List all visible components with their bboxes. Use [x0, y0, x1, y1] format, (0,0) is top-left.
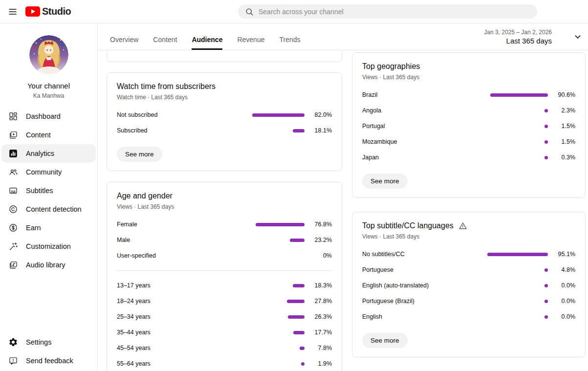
date-texts: Jan 3, 2025 – Jan 2, 2026 Last 365 days [484, 29, 552, 45]
sidebar-item-analytics[interactable]: Analytics [1, 144, 96, 163]
card-title: Top geographies [362, 62, 575, 71]
stat-rows: Not subscribed82.0%Subscribed18.1% [117, 107, 332, 138]
stat-label: English (auto-translated) [362, 282, 544, 289]
divider [117, 270, 332, 271]
top-subtitle-languages-card: Top subtitle/CC languages Views · Last 3… [352, 212, 586, 357]
sidebar: Your channel Ka Manhwa Dashboard Content [0, 23, 98, 371]
stat-row: User-specified0% [117, 248, 332, 263]
date-range-selector[interactable]: Jan 3, 2025 – Jan 2, 2026 Last 365 days [484, 23, 583, 50]
left-column: Watch time from subscribers Watch time ·… [107, 50, 342, 371]
warning-icon[interactable] [458, 221, 467, 230]
stat-label: No subtitles/CC [362, 251, 487, 258]
stat-value: 0.3% [553, 154, 575, 161]
card-title: Age and gender [117, 191, 332, 201]
stat-label: Subscribed [117, 127, 293, 134]
customization-icon [8, 241, 19, 252]
sidebar-item-label: Content [26, 131, 51, 139]
sidebar-item-community[interactable]: Community [1, 163, 96, 181]
sidebar-item-label: Community [26, 168, 62, 176]
sidebar-nav: Dashboard Content Analytics Community [0, 107, 97, 371]
sidebar-item-customization[interactable]: Customization [1, 237, 96, 256]
community-icon [8, 167, 19, 177]
tab-overview[interactable]: Overview [103, 23, 146, 50]
stat-label: Portuguese (Brazil) [362, 298, 544, 305]
analytics-tabs: Overview Content Audience Revenue Trends [103, 23, 308, 50]
stat-bar [544, 125, 548, 128]
sidebar-item-label: Subtitles [26, 187, 53, 195]
stat-bar [301, 362, 305, 366]
sidebar-item-content-detection[interactable]: Content detection [1, 200, 96, 218]
sidebar-item-audio-library[interactable]: Audio library [1, 256, 96, 274]
stat-bar [256, 223, 305, 226]
stat-row: 13–17 years18.3% [117, 278, 332, 293]
dashboard-icon [8, 111, 19, 122]
stat-bar [487, 253, 548, 256]
stat-value: 26.3% [309, 313, 332, 320]
sidebar-item-label: Analytics [26, 150, 54, 157]
stat-label: Male [117, 237, 290, 243]
stat-row: 45–54 years7.8% [117, 340, 332, 356]
stat-bar [293, 129, 305, 132]
sidebar-item-label: Audio library [26, 261, 65, 269]
stat-value: 0.0% [553, 298, 575, 305]
stat-bar [293, 284, 305, 287]
stat-bar [544, 140, 548, 144]
tab-audience[interactable]: Audience [184, 23, 230, 50]
analytics-subheader: Overview Content Audience Revenue Trends… [98, 23, 588, 50]
sidebar-item-settings[interactable]: Settings [1, 333, 96, 351]
stat-row: English0.0% [362, 309, 575, 325]
date-preset: Last 365 days [484, 37, 552, 45]
tab-content[interactable]: Content [146, 23, 184, 50]
menu-button[interactable] [3, 2, 22, 22]
stat-value: 23.2% [309, 237, 332, 243]
stat-label: 55–64 years [117, 360, 301, 367]
stat-label: Japan [362, 154, 544, 161]
card-subtitle: Views · Last 365 days [362, 233, 575, 240]
stat-bar [544, 315, 548, 319]
stat-value: 27.8% [309, 298, 332, 305]
stat-bar [290, 239, 305, 242]
stat-label: 25–34 years [117, 313, 288, 320]
channel-section: Your channel Ka Manhwa [0, 23, 97, 99]
search-input[interactable] [259, 8, 533, 16]
youtube-studio-logo[interactable]: Studio [25, 6, 71, 17]
stat-label: Not subscribed [117, 111, 252, 118]
sidebar-item-earn[interactable]: Earn [1, 218, 96, 237]
stat-value: 95.1% [553, 251, 575, 258]
stat-bar [287, 300, 305, 303]
sidebar-item-dashboard[interactable]: Dashboard [1, 107, 96, 126]
sidebar-item-subtitles[interactable]: Subtitles [1, 181, 96, 200]
channel-avatar[interactable] [29, 35, 68, 74]
right-column: Top geographies Views · Last 365 days Br… [352, 50, 586, 371]
stat-rows: Female76.8%Male23.2%User-specified0% [117, 217, 332, 263]
stat-row: 35–44 years17.7% [117, 325, 332, 340]
sidebar-spacer [0, 274, 97, 333]
stat-label: Brazil [362, 91, 490, 98]
stat-row: Male23.2% [117, 232, 332, 248]
stat-row: Portuguese (Brazil)0.0% [362, 293, 575, 309]
stat-value: 0.0% [553, 313, 575, 320]
sidebar-item-label: Content detection [26, 205, 82, 213]
sidebar-item-content[interactable]: Content [1, 126, 96, 144]
see-more-button[interactable]: See more [362, 174, 408, 189]
stat-label: Portuguese [362, 266, 544, 273]
subtitles-icon [8, 185, 19, 196]
search-icon [245, 7, 254, 16]
see-more-button[interactable]: See more [117, 147, 162, 162]
channel-name: Ka Manhwa [0, 92, 97, 99]
stat-bar [293, 331, 305, 334]
topbar: Studio [0, 0, 588, 23]
sidebar-item-label: Earn [26, 224, 41, 232]
see-more-button[interactable]: See more [362, 333, 408, 348]
content-icon [8, 130, 19, 140]
stat-value: 90.6% [553, 91, 575, 98]
tab-trends[interactable]: Trends [272, 23, 307, 50]
tab-revenue[interactable]: Revenue [230, 23, 272, 50]
stat-value: 82.0% [309, 111, 332, 118]
card-subtitle: Views · Last 365 days [117, 203, 332, 211]
analytics-content: Watch time from subscribers Watch time ·… [98, 50, 588, 371]
sidebar-item-send-feedback[interactable]: Send feedback [1, 351, 96, 370]
stat-value: 0.0% [553, 282, 575, 289]
stat-row: Not subscribed82.0% [117, 107, 332, 123]
stat-row: Mozambique1.5% [362, 134, 575, 150]
